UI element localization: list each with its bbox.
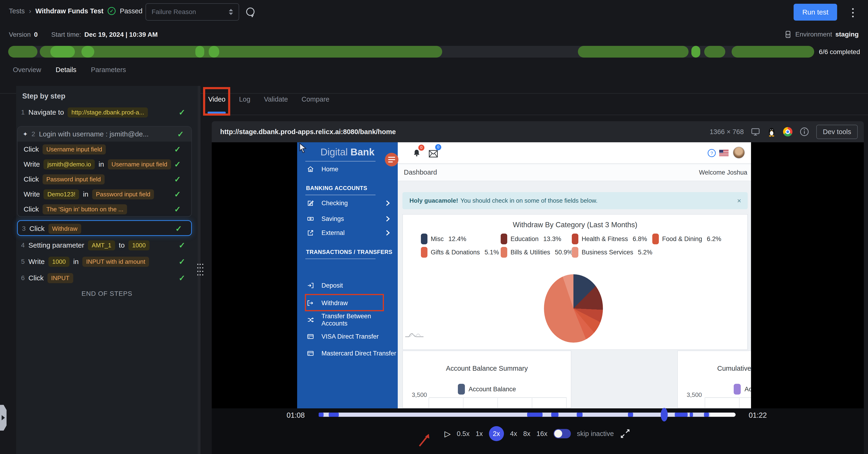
progress-segment-dark [732,46,814,58]
external-link-icon [307,229,314,236]
play-button[interactable]: ▷ [444,429,451,438]
step-row-4[interactable]: 4 Setting parameter AMT_1 to 1000 ✓ [21,238,192,253]
current-time: 01:08 [287,411,305,420]
step-row-1[interactable]: 1 Navigate to http://stage.dbank.prod-a.… [21,104,192,120]
legend-swatch [572,234,578,244]
shuffle-icon [307,316,314,324]
expand-panel-handle[interactable] [0,405,6,431]
credit-card-icon [307,350,314,357]
svg-text:?: ? [710,151,713,156]
speed-1x[interactable]: 1x [476,430,483,437]
bank-logo: Digital Bank [297,147,398,158]
bank-nav-savings: Savings [297,212,398,225]
speed-8x[interactable]: 8x [523,430,530,437]
speed-16x[interactable]: 16x [536,430,548,437]
bank-nav-mastercard: Mastercard Direct Transfer [297,347,398,360]
activity-marker [319,413,323,417]
step-row-3-selected[interactable]: 3 Click Withdraw ✓ [17,220,192,236]
step-row-5[interactable]: 5 Write 1000 in INPUT with id amount ✓ [21,254,192,269]
annotation-box-video-tab [203,87,230,116]
pie-legend-item: Food & Dining6.2% [652,233,721,245]
withdraw-category-card: Withdraw By Category (Last 3 Months) Mis… [402,214,748,350]
video-seekbar[interactable] [319,413,736,417]
speed-2x[interactable]: 2x [489,426,504,441]
chrome-browser-icon [783,127,793,137]
pie-legend-item: Health & Fitness6.8% [572,233,647,245]
recorded-url: http://stage.dbank.prod-apps.relicx.ai:8… [220,128,396,136]
bank-nav-home: Home [297,163,398,176]
alert-close-icon: × [737,197,741,205]
welcome-text: Welcome Joshua [699,169,747,176]
substep-row[interactable]: Write Demo123! in Password input field ✓ [24,186,187,202]
step-element-badge: The 'Sign in' button on the ... [42,204,127,214]
video-frame[interactable]: Digital Bank Home BANKING ACCOUNTS Check… [212,142,864,408]
run-meta: Version 0 Start time: Dec 19, 2024 | 10:… [9,31,158,38]
bank-nav-transfer: Transfer Between Accounts [297,313,398,327]
step-action: Write [24,190,40,198]
select-chevrons-icon [229,9,233,15]
step-value-badge: AMT_1 [88,240,115,250]
activity-marker [675,413,688,417]
comment-button[interactable] [245,6,256,19]
substep-row[interactable]: Click Password input field ✓ [24,172,187,187]
step-check-icon: ✓ [179,241,186,250]
info-icon[interactable] [800,127,809,137]
skip-inactive-toggle[interactable] [554,429,571,438]
pie-chart-title: Withdraw By Category (Last 3 Months) [403,221,747,229]
failure-reason-select[interactable]: Failure Reason [146,3,239,21]
step-action: Setting parameter [29,241,84,249]
tab-validate[interactable]: Validate [264,95,288,103]
breadcrumb-separator: › [29,7,31,15]
dev-tools-button[interactable]: Dev tools [816,125,858,139]
playhead[interactable] [661,408,668,421]
breadcrumb-tests-link[interactable]: Tests [9,7,25,15]
bank-main: 0 0 ? [398,142,751,408]
substep-row[interactable]: Click The 'Sign in' button on the ... ✓ [24,202,187,217]
activity-marker [527,413,542,417]
tab-log[interactable]: Log [239,95,250,103]
step-row-6[interactable]: 6 Click INPUT ✓ [21,270,192,286]
step-element-badge: Withdraw [49,224,81,234]
passed-check-icon: ✓ [107,7,116,15]
step-value-badge: 1000 [128,240,150,250]
tab-details[interactable]: Details [56,66,76,79]
tab-parameters[interactable]: Parameters [91,66,126,79]
step-number: 6 [21,274,25,282]
step-group-label: Login with username : jsmith@de... [39,130,149,138]
speed-0.5x[interactable]: 0.5x [457,430,470,437]
fullscreen-icon[interactable] [620,428,630,439]
step-number: 3 [22,225,26,232]
step-group-header[interactable]: ✦ 2 Login with username : jsmith@de... ✓ [18,127,191,142]
pie-legend-item: Gifts & Donations5.1% [421,247,499,258]
total-time: 01:22 [749,411,767,420]
substep-row[interactable]: Click Username input field ✓ [24,142,187,157]
start-time-value: Dec 19, 2024 | 10:39 AM [85,31,158,38]
substep-row[interactable]: Write jsmith@demo.io in Username input f… [24,157,187,172]
annotation-box-withdraw [305,294,384,311]
speed-4x[interactable]: 4x [510,430,517,437]
start-time-label: Start time: [51,31,81,38]
panel-drag-handle[interactable] [197,263,203,276]
progress-segment-dark [8,46,37,58]
legend-swatch [501,234,507,244]
bank-sidebar: Digital Bank Home BANKING ACCOUNTS Check… [297,142,398,408]
step-connector: in [83,190,88,198]
tab-overview[interactable]: Overview [13,66,41,79]
kebab-menu-icon[interactable] [849,6,856,19]
video-tabs-divider [203,115,868,115]
step-action: Navigate to [29,108,64,116]
tab-compare[interactable]: Compare [302,95,330,103]
bank-section-transactions: TRANSACTIONS / TRANSFERS [306,249,392,255]
skip-inactive-label: skip inactive [577,430,614,437]
ai-sparkle-icon: ✦ [23,130,28,138]
y-axis-tick: 3,500 [412,391,427,398]
step-number: 1 [21,109,25,116]
activity-marker [551,413,558,417]
bank-page-title: Dashboard [404,169,437,176]
run-test-button[interactable]: Run test [794,4,837,21]
step-check-icon: ✓ [174,145,181,154]
progress-segment-bright [82,46,94,58]
step-group-2[interactable]: ✦ 2 Login with username : jsmith@de... ✓… [17,126,192,217]
mouse-cursor-icon [298,143,308,153]
end-of-steps-label: END OF STEPS [16,290,198,297]
